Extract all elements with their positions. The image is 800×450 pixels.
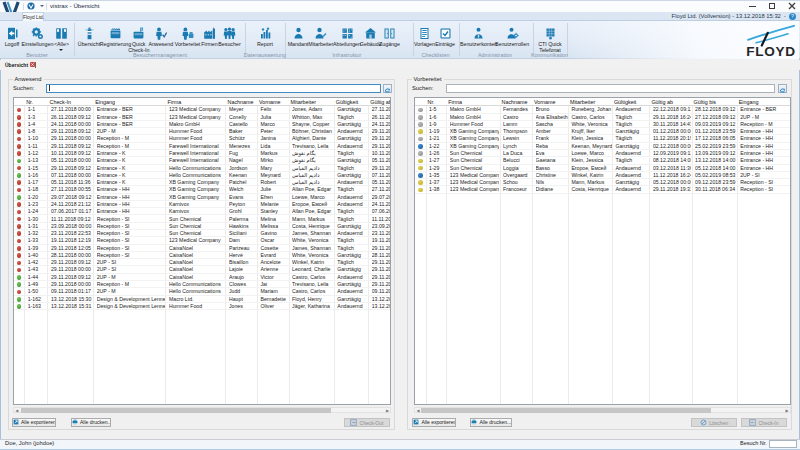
svg-text:?: ?	[791, 13, 794, 19]
svg-text:FLOYD: FLOYD	[746, 44, 795, 58]
